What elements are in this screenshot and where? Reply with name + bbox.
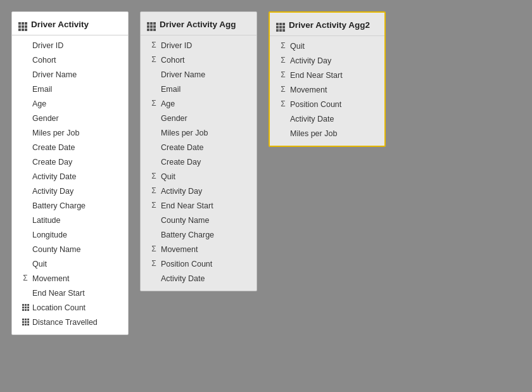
field-row[interactable]: ΣEnd Near Start (270, 68, 384, 82)
field-row[interactable]: Miles per Job (12, 125, 128, 140)
canvas: Driver ActivityDriver IDCohortDriver Nam… (0, 0, 532, 392)
sigma-icon: Σ (149, 260, 158, 269)
field-label: Age (161, 98, 175, 110)
field-row[interactable]: Location Count (12, 300, 128, 315)
field-row[interactable]: ΣMovement (270, 82, 384, 97)
field-row[interactable]: Miles per Job (270, 126, 384, 141)
sigma-icon: Σ (149, 56, 158, 65)
card-header-driver-activity-agg2: Driver Activity Agg2 (270, 13, 384, 36)
field-label: County Name (32, 243, 80, 256)
field-label: Driver Name (32, 68, 77, 81)
field-row[interactable]: Cohort (12, 53, 128, 67)
field-row[interactable]: Email (141, 82, 256, 96)
card-body-driver-activity-agg2: ΣQuitΣActivity DayΣEnd Near StartΣMoveme… (270, 36, 384, 146)
field-label: Position Count (161, 258, 212, 270)
field-row[interactable]: Gender (141, 111, 256, 125)
sigma-icon: Σ (149, 41, 158, 50)
card-title: Driver Activity Agg2 (289, 20, 370, 30)
field-row[interactable]: Age (12, 96, 128, 111)
field-row[interactable]: ΣCohort (141, 53, 256, 67)
field-row[interactable]: ΣQuit (270, 39, 384, 53)
field-row[interactable]: Latitude (12, 213, 128, 227)
field-row[interactable]: Create Date (12, 140, 128, 155)
field-row[interactable]: ΣMovement (12, 271, 128, 286)
field-row[interactable]: Quit (12, 256, 128, 271)
field-row[interactable]: Longitude (12, 227, 128, 242)
field-row[interactable]: Driver Name (141, 67, 256, 82)
field-row[interactable]: Driver Name (12, 67, 128, 82)
field-label: Location Count (32, 301, 86, 314)
field-row[interactable]: Battery Charge (12, 198, 128, 213)
field-row[interactable]: ΣPosition Count (141, 256, 256, 271)
field-row[interactable]: Gender (12, 111, 128, 125)
field-label: Quit (161, 170, 175, 183)
field-row[interactable]: ΣAge (141, 96, 256, 111)
field-label: Driver ID (161, 39, 192, 52)
card-title: Driver Activity Agg (160, 20, 236, 29)
field-label: Movement (290, 84, 327, 96)
sigma-icon: Σ (149, 187, 158, 196)
field-row[interactable]: Activity Day (12, 184, 128, 198)
field-row[interactable]: ΣPosition Count (270, 97, 384, 111)
table-grid-icon (276, 18, 285, 32)
field-row[interactable]: End Near Start (12, 286, 128, 300)
field-row[interactable]: ΣEnd Near Start (141, 198, 256, 213)
field-row[interactable]: Battery Charge (141, 227, 256, 242)
field-row[interactable]: ΣActivity Day (141, 184, 256, 198)
field-row[interactable]: ΣQuit (141, 169, 256, 184)
field-label: Position Count (290, 98, 341, 111)
card-header-driver-activity: Driver Activity (12, 12, 128, 35)
field-row[interactable]: ΣDriver ID (141, 38, 256, 53)
field-label: Create Day (32, 156, 72, 168)
grid-field-icon (21, 318, 30, 327)
field-row[interactable]: ΣMovement (141, 242, 256, 256)
field-row[interactable]: Activity Date (141, 271, 256, 286)
field-label: Create Date (32, 141, 75, 154)
sigma-icon: Σ (279, 56, 288, 65)
table-grid-icon (147, 17, 156, 31)
field-row[interactable]: Email (12, 82, 128, 96)
field-label: Movement (32, 272, 69, 285)
field-row[interactable]: ΣActivity Day (270, 53, 384, 68)
field-label: Create Day (161, 156, 201, 168)
field-label: Activity Date (161, 272, 205, 285)
field-label: Cohort (32, 54, 56, 66)
field-label: Age (32, 98, 46, 110)
field-label: Gender (161, 112, 187, 125)
field-row[interactable]: Distance Travelled (12, 315, 128, 329)
field-row[interactable]: Create Date (141, 140, 256, 155)
field-row[interactable]: Driver ID (12, 38, 128, 53)
field-label: Quit (290, 40, 305, 53)
sigma-icon: Σ (279, 85, 288, 94)
field-row[interactable]: Create Day (141, 155, 256, 169)
field-label: Gender (32, 112, 59, 125)
field-label: Cohort (161, 54, 185, 66)
field-label: Activity Day (32, 185, 73, 198)
field-row[interactable]: Activity Date (12, 169, 128, 184)
field-label: Activity Day (161, 185, 202, 198)
field-label: Distance Travelled (32, 316, 98, 329)
field-label: Driver Name (161, 68, 205, 81)
field-row[interactable]: Create Day (12, 155, 128, 169)
field-row[interactable]: County Name (12, 242, 128, 256)
field-label: Movement (161, 243, 198, 256)
field-label: Create Date (161, 141, 203, 154)
sigma-icon: Σ (279, 71, 288, 80)
field-label: Miles per Job (161, 127, 208, 139)
field-row[interactable]: Activity Date (270, 111, 384, 126)
sigma-icon: Σ (149, 201, 158, 210)
sigma-icon: Σ (279, 42, 288, 51)
sigma-icon: Σ (279, 100, 288, 109)
field-label: Email (32, 83, 52, 96)
card-title: Driver Activity (31, 20, 89, 29)
table-card-driver-activity-agg: Driver Activity AggΣDriver IDΣCohortDriv… (140, 11, 257, 291)
sigma-icon: Σ (149, 172, 158, 181)
field-label: End Near Start (161, 199, 213, 212)
grid-field-icon (21, 303, 30, 312)
field-label: Battery Charge (161, 229, 214, 241)
field-label: Miles per Job (290, 127, 337, 140)
sigma-icon: Σ (149, 245, 158, 254)
field-row[interactable]: County Name (141, 213, 256, 227)
field-label: Activity Day (290, 54, 331, 67)
field-row[interactable]: Miles per Job (141, 125, 256, 140)
